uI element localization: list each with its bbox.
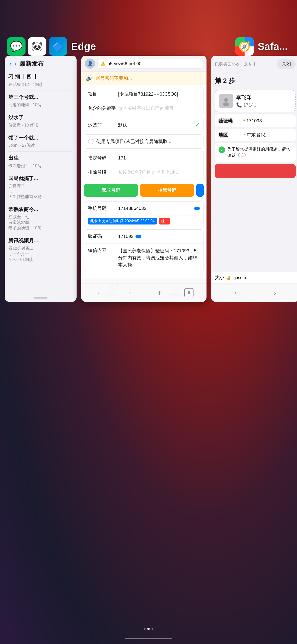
phone-tag-virtual: 虚... bbox=[159, 218, 170, 224]
wechat-icon[interactable]: 💬 bbox=[7, 37, 25, 56]
number-section: 指定号码 171 排除号段 长度为3至7位且支持多个,用... bbox=[84, 151, 204, 179]
browser-nav-bar: ‹ › ＋ 6 bbox=[81, 283, 207, 302]
phone-tag-time: 此卡上次来短信时间:2024/9/5 22:02:04 bbox=[88, 218, 157, 224]
cards-container: ‹ ‹ 最新发布 刁 搁 丨四 丨 狸花猫 112 · 4阅读 第三个号就...… bbox=[0, 56, 297, 302]
svg-point-0 bbox=[224, 98, 228, 102]
feed-title: 最新发布 bbox=[19, 60, 44, 68]
designated-number-row[interactable]: 指定号码 171 bbox=[84, 151, 204, 165]
list-item[interactable]: 刁 搁 丨四 丨 狸花猫 112 · 4阅读 bbox=[8, 70, 73, 91]
phone-tags-row: 此卡上次来短信时间:2024/9/5 22:02:04 虚... bbox=[84, 216, 204, 227]
extra-button[interactable] bbox=[196, 184, 204, 197]
domain-lock-icon: 🔒 bbox=[227, 276, 231, 280]
safari-app-label: Safa... bbox=[258, 41, 288, 52]
agreement-checkbox[interactable]: ✓ bbox=[219, 146, 225, 153]
svg-point-1 bbox=[223, 102, 229, 106]
safari-top-bar: 已购买面小次丨从别丨 关闭 bbox=[211, 56, 297, 74]
action-buttons-row: 获取号码 拉黑号码 bbox=[81, 182, 207, 199]
safari-back-button[interactable]: ‹ bbox=[234, 289, 237, 297]
page-dots bbox=[144, 628, 153, 630]
safari-header-text: 已购买面小次丨从别丨 bbox=[215, 61, 257, 67]
sms-copy-button[interactable] bbox=[135, 235, 141, 238]
page-dot-2-active bbox=[147, 628, 150, 630]
browser-avatar: 👤 bbox=[85, 58, 95, 69]
feed-list: 刁 搁 丨四 丨 狸花猫 112 · 4阅读 第三个号就... 无趣的地椒 · … bbox=[5, 70, 77, 266]
safari-bottom-bar: ‹ › bbox=[211, 283, 297, 302]
step-text: 第 2 步 bbox=[211, 74, 297, 88]
safari-agreement-row[interactable]: ✓ 为了给您提供更好的用痕迹，请您确认《策》 bbox=[215, 143, 296, 162]
list-item[interactable]: 没水了 价聚聚 · 10 阅读 bbox=[8, 111, 73, 132]
page-dot-3 bbox=[152, 628, 153, 630]
person-info: 李飞印 📞 1714... bbox=[236, 94, 292, 108]
edge-app-label: Edge bbox=[71, 41, 96, 52]
list-item[interactable]: 常熟农商今... 立减金，七...有常熟农商...妻子的挽留 · 10阅... bbox=[8, 203, 73, 234]
get-number-button[interactable]: 获取号码 bbox=[84, 184, 138, 197]
project-row[interactable]: 项目 [专属项目781922----0JC5O8] bbox=[84, 87, 204, 101]
middle-card-edge[interactable]: 👤 ⚠️ h5.yezi66.net:90 🔊 账号密码不要和... 项目 [专… bbox=[81, 56, 207, 302]
check-icon: ✓ bbox=[195, 122, 200, 128]
warning-banner: 🔊 账号密码不要和... bbox=[81, 72, 207, 85]
back-arrow-left[interactable]: ‹ bbox=[9, 60, 12, 68]
safari-verification-row[interactable]: 验证码 * 171093 bbox=[215, 114, 296, 127]
phone-section: 手机号码 17148864032 此卡上次来短信时间:2024/9/5 22:0… bbox=[84, 201, 204, 227]
radio-option-row[interactable]: 使用专属项目(从已对接专属随机取... bbox=[84, 134, 204, 148]
warning-text: 账号密码不要和... bbox=[96, 75, 132, 82]
person-phone: 📞 1714... bbox=[236, 102, 292, 108]
list-item[interactable]: 第三个号就... 无趣的地椒 · 10阅... bbox=[8, 91, 73, 111]
copy-button[interactable] bbox=[194, 206, 200, 210]
form-area: 项目 [专属项目781922----0JC5O8] 包含的关键字 输入关键字过滤… bbox=[81, 85, 207, 274]
safari-close-button[interactable]: 关闭 bbox=[277, 59, 296, 69]
list-item[interactable]: 腾讯视频月... 看10分钟视...，一个月一...至今 · 61阅读 bbox=[8, 234, 73, 266]
person-avatar bbox=[219, 94, 233, 108]
home-indicator bbox=[125, 638, 172, 639]
keyword-row[interactable]: 包含的关键字 输入关键字过滤自己的项目 bbox=[84, 101, 204, 115]
safari-region-row[interactable]: 地区 * 广东省深... bbox=[215, 128, 296, 142]
domain-url-text: gass-p... bbox=[233, 275, 250, 280]
url-bar[interactable]: ⚠️ h5.yezi66.net:90 bbox=[97, 59, 203, 68]
left-card-wechat[interactable]: ‹ ‹ 最新发布 刁 搁 丨四 丨 狸花猫 112 · 4阅读 第三个号就...… bbox=[5, 56, 77, 302]
person-name: 李飞印 bbox=[236, 94, 292, 101]
list-item[interactable]: 国民就搞了... 升经理了...天生挂壁非首圣符 bbox=[8, 172, 73, 203]
browser-add-tab-button[interactable]: ＋ bbox=[156, 288, 163, 298]
exclude-segment-row[interactable]: 排除号段 长度为3至7位且支持多个,用... bbox=[84, 165, 204, 179]
browser-top-bar: 👤 ⚠️ h5.yezi66.net:90 bbox=[81, 56, 207, 72]
person-card: 李飞印 📞 1714... bbox=[215, 90, 296, 112]
page-dot-1 bbox=[144, 628, 145, 630]
domain-bar: 大小 🔒 gass-p... bbox=[211, 272, 297, 283]
radio-button[interactable] bbox=[88, 139, 93, 144]
sms-section: 验证码 171093 短信内容 【国民养老保险】验证码：171093，5分钟内有… bbox=[84, 229, 204, 272]
url-warning-icon: ⚠️ bbox=[100, 61, 106, 66]
browser-tab-count[interactable]: 6 bbox=[184, 288, 194, 298]
browser-forward-button[interactable]: › bbox=[125, 287, 135, 299]
safari-forward-button[interactable]: › bbox=[274, 289, 276, 297]
list-item[interactable]: 出生 卡农老姐丶 · 10阅... bbox=[8, 152, 73, 172]
domain-size-label: 大小 bbox=[215, 275, 224, 281]
right-card-safari[interactable]: 已购买面小次丨从别丨 关闭 第 2 步 李飞印 📞 1714... 验证码 * bbox=[211, 56, 297, 302]
edge-app-icon[interactable]: 🔷 bbox=[49, 37, 67, 56]
sms-content-row[interactable]: 短信内容 【国民养老保险】验证码：171093，5分钟内有效，请勿泄露给其他人，… bbox=[84, 244, 204, 272]
sms-code-row[interactable]: 验证码 171093 bbox=[84, 230, 204, 244]
browser-back-button[interactable]: ‹ bbox=[94, 287, 104, 299]
list-item[interactable]: 领了一个就... John. · 27阅读 bbox=[8, 132, 73, 152]
safari-app-icon[interactable]: 🧭 bbox=[235, 37, 254, 56]
blacklist-button[interactable]: 拉黑号码 bbox=[140, 184, 194, 197]
url-text: h5.yezi66.net:90 bbox=[107, 61, 142, 66]
safari-submit-button[interactable] bbox=[215, 164, 296, 178]
xinxiaopu-icon[interactable]: 🐼 bbox=[28, 37, 46, 56]
left-card-header: ‹ ‹ 最新发布 bbox=[5, 56, 77, 70]
back-arrow-left2[interactable]: ‹ bbox=[15, 60, 17, 68]
app-switcher: 💬 🐼 🔷 Edge 🧭 Safa... ‹ ‹ 最新发布 bbox=[0, 0, 297, 644]
sound-icon: 🔊 bbox=[86, 75, 93, 82]
operator-row[interactable]: 运营商 默认 ✓ bbox=[84, 118, 204, 132]
phone-row[interactable]: 手机号码 17148864032 bbox=[84, 202, 204, 216]
operator-section: 运营商 默认 ✓ bbox=[84, 118, 204, 132]
project-section: 项目 [专属项目781922----0JC5O8] 包含的关键字 输入关键字过滤… bbox=[84, 87, 204, 116]
